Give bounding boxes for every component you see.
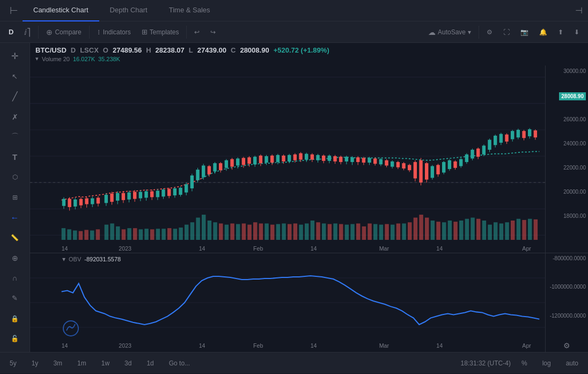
svg-rect-17 bbox=[202, 215, 205, 240]
period-1y[interactable]: 1y bbox=[27, 358, 43, 368]
svg-rect-225 bbox=[442, 162, 445, 173]
obv-chevron[interactable]: ▾ bbox=[62, 255, 65, 263]
auto-btn[interactable]: auto bbox=[562, 358, 583, 368]
svg-rect-221 bbox=[431, 166, 434, 178]
screenshot-btn[interactable]: 📷 bbox=[516, 26, 533, 38]
lock-tool[interactable]: 🔒 bbox=[5, 310, 25, 328]
draw-line-tool[interactable]: ╱ bbox=[5, 87, 25, 106]
undo-btn[interactable]: ↩ bbox=[190, 26, 204, 38]
svg-rect-56 bbox=[242, 223, 246, 240]
svg-rect-87 bbox=[511, 221, 514, 240]
price-26000: 26000.00 bbox=[563, 116, 586, 122]
goto-btn[interactable]: Go to... bbox=[165, 358, 194, 368]
svg-rect-125 bbox=[156, 190, 159, 197]
period-selector[interactable]: D bbox=[4, 26, 18, 38]
indicators-btn[interactable]: ⫶ Indicators bbox=[93, 26, 135, 38]
percent-btn[interactable]: % bbox=[517, 358, 532, 368]
svg-rect-209 bbox=[396, 162, 400, 167]
svg-rect-51 bbox=[213, 222, 217, 240]
draw-xmark-tool[interactable]: ✗ bbox=[5, 108, 25, 126]
svg-rect-147 bbox=[219, 163, 222, 170]
obv-label: OBV bbox=[69, 256, 81, 262]
candlestick-canvas[interactable]: 14 2023 14 Feb 14 Mar 14 Apr bbox=[30, 65, 545, 253]
period-1d[interactable]: 1d bbox=[142, 358, 158, 368]
ruler-tool[interactable]: 📏 bbox=[5, 229, 25, 247]
svg-rect-113 bbox=[122, 193, 125, 200]
settings-btn[interactable]: ⚙ bbox=[482, 26, 497, 38]
svg-rect-159 bbox=[253, 157, 256, 164]
collapse-icon[interactable]: ⊣ bbox=[575, 5, 583, 16]
templates-btn[interactable]: ⊞ Templates bbox=[137, 26, 183, 38]
svg-rect-145 bbox=[213, 163, 216, 171]
period-1m[interactable]: 1m bbox=[73, 358, 91, 368]
svg-rect-253 bbox=[522, 131, 525, 138]
autosave-btn[interactable]: ☁ AutoSave ▾ bbox=[424, 26, 475, 39]
svg-rect-211 bbox=[402, 163, 405, 168]
lock2-tool[interactable]: 🔓 bbox=[5, 329, 25, 348]
xmark-icon: ✗ bbox=[12, 113, 18, 121]
svg-rect-135 bbox=[185, 184, 188, 192]
svg-rect-131 bbox=[173, 188, 177, 195]
svg-rect-169 bbox=[282, 156, 285, 162]
download-icon: ⬇ bbox=[574, 28, 579, 36]
price-24000: 24000.00 bbox=[563, 141, 586, 146]
period-1w[interactable]: 1w bbox=[97, 358, 114, 368]
cursor-icon: ↖ bbox=[12, 72, 18, 80]
svg-rect-38 bbox=[96, 229, 100, 240]
measure-tool[interactable]: ⊞ bbox=[5, 188, 25, 207]
period-3d[interactable]: 3d bbox=[120, 358, 136, 368]
draw-curve-tool[interactable]: ⌒ bbox=[5, 128, 25, 146]
crosshair-tool[interactable]: ✛ bbox=[5, 47, 25, 65]
undo-icon: ↩ bbox=[194, 28, 200, 36]
fullscreen-btn[interactable]: ⛶ bbox=[499, 26, 514, 38]
redo-btn[interactable]: ↪ bbox=[206, 26, 220, 38]
svg-rect-72 bbox=[373, 224, 377, 240]
obv-settings-icon[interactable]: ⚙ bbox=[548, 341, 586, 350]
period-5y[interactable]: 5y bbox=[5, 358, 21, 368]
svg-rect-24 bbox=[362, 226, 366, 240]
svg-rect-23 bbox=[311, 221, 314, 240]
chevron-down-icon[interactable]: ▾ bbox=[35, 55, 39, 62]
upload-btn[interactable]: ⬆ bbox=[554, 26, 568, 38]
period-3m[interactable]: 3m bbox=[49, 358, 67, 368]
back-tool[interactable]: ← bbox=[5, 209, 25, 227]
svg-rect-85 bbox=[482, 221, 486, 240]
compare-icon: ⊕ bbox=[46, 28, 53, 36]
svg-rect-251 bbox=[517, 130, 520, 137]
svg-rect-235 bbox=[471, 150, 474, 158]
cursor-tool[interactable]: ↖ bbox=[5, 68, 25, 86]
svg-rect-95 bbox=[68, 199, 71, 207]
magnet-tool[interactable]: ∩ bbox=[5, 269, 25, 288]
tab-candlestick[interactable]: Candlestick Chart bbox=[23, 0, 99, 21]
text-tool[interactable]: T bbox=[5, 148, 25, 166]
tab-depth[interactable]: Depth Chart bbox=[99, 0, 158, 21]
current-price-label: 28008.90 bbox=[559, 92, 586, 100]
obv-svg: 14 2023 14 Feb 14 Mar 14 Apr bbox=[30, 253, 545, 352]
templates-icon: ⊞ bbox=[142, 28, 148, 36]
chart-info: BTC/USD D LSCX O 27489.56 H 28238.07 L 2… bbox=[30, 43, 588, 65]
svg-rect-48 bbox=[173, 229, 177, 240]
volume-label: Volume 20 bbox=[42, 56, 70, 62]
svg-rect-25 bbox=[367, 223, 371, 240]
watermark bbox=[62, 320, 79, 339]
download-btn[interactable]: ⬇ bbox=[570, 26, 584, 38]
node-tool[interactable]: ⬡ bbox=[5, 168, 25, 187]
svg-rect-163 bbox=[264, 156, 268, 163]
tab-time-sales[interactable]: Time & Sales bbox=[158, 0, 221, 21]
svg-text:14: 14 bbox=[436, 245, 443, 252]
pencil-icon: ✎ bbox=[12, 294, 18, 302]
svg-rect-183 bbox=[322, 156, 325, 161]
obv-price-top: -800000.0000 bbox=[548, 255, 586, 261]
alert-btn[interactable]: 🔔 bbox=[535, 26, 552, 38]
compare-btn[interactable]: ⊕ Compare bbox=[42, 26, 85, 39]
obv-chart[interactable]: 14 2023 14 Feb 14 Mar 14 Apr bbox=[30, 253, 545, 352]
zoom-tool[interactable]: ⊕ bbox=[5, 249, 25, 267]
svg-text:14: 14 bbox=[199, 245, 205, 252]
pencil-tool[interactable]: ✎ bbox=[5, 289, 25, 307]
svg-rect-165 bbox=[270, 156, 274, 163]
chart-type-btn[interactable]: ⅈ⎤ bbox=[20, 26, 35, 39]
price-change: +520.72 (+1.89%) bbox=[274, 46, 329, 54]
log-btn[interactable]: log bbox=[538, 358, 555, 368]
sidebar-toggle-icon[interactable]: ⊢ bbox=[5, 5, 23, 17]
svg-rect-205 bbox=[385, 160, 388, 166]
